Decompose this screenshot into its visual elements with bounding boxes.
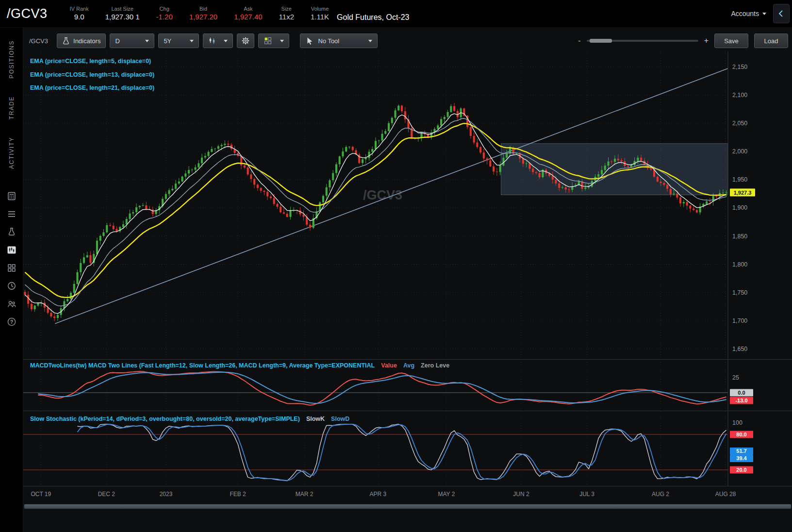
price-chart-canvas[interactable]: /GCV32,1502,1002,0502,0001,9501,9001,850… xyxy=(23,51,792,359)
svg-text:51.7: 51.7 xyxy=(736,448,746,454)
macd-avg-line xyxy=(38,372,726,403)
time-axis-label: 2023 xyxy=(160,491,173,498)
price-panel: /GCV32,1502,1002,0502,0001,9501,9001,850… xyxy=(23,51,792,359)
quote-field-iv-rank: IV Rank9.0 xyxy=(70,6,89,21)
sidebar-tab-activity[interactable]: ACTIVITY xyxy=(8,137,15,169)
quote-field-label: Chg xyxy=(160,6,169,12)
zoom-in-button[interactable]: + xyxy=(704,37,709,45)
macd-axis-label: 25 xyxy=(732,374,739,381)
stoch-axis-label: 100 xyxy=(732,419,742,426)
toolbar-right: - + Save Load xyxy=(578,33,788,48)
price-axis-label: 1,650 xyxy=(732,346,747,352)
help-icon[interactable]: ? xyxy=(5,316,18,327)
zoom-slider[interactable] xyxy=(587,40,698,42)
quote-field-value: 1,927.20 xyxy=(189,13,217,21)
quote-field-value: 1,927.40 xyxy=(234,13,262,21)
macd-value-line xyxy=(38,371,726,405)
cursor-icon xyxy=(305,36,314,46)
grid-icon[interactable] xyxy=(5,262,18,273)
price-axis-label: 1,750 xyxy=(732,289,747,296)
quote-field-label: Ask xyxy=(244,6,252,12)
chart-icon[interactable] xyxy=(5,244,18,255)
quote-field-value: 1.11K xyxy=(311,13,329,21)
price-axis-label: 1,800 xyxy=(732,261,747,268)
time-scrollbar[interactable] xyxy=(23,504,792,509)
price-axis-label: 2,050 xyxy=(732,120,747,127)
time-axis-label: APR 3 xyxy=(370,491,387,498)
load-button[interactable]: Load xyxy=(754,33,788,48)
chart-toolbar: /GCV3 Indicators D 5Y xyxy=(26,33,788,49)
drawing-tool-dropdown[interactable]: No Tool xyxy=(300,33,378,48)
studies-icon xyxy=(62,37,70,45)
svg-text:39.4: 39.4 xyxy=(736,455,747,461)
quote-field-last-size: Last Size1,927.30 1 xyxy=(105,6,140,21)
stochastic-panel: 10080.051.739.420.0 Slow Stochastic (kPe… xyxy=(23,411,792,486)
quote-field-label: IV Rank xyxy=(70,6,89,12)
chevron-left-icon xyxy=(777,9,786,18)
quote-field-ask: Ask1,927.40 xyxy=(234,6,262,21)
list-icon[interactable] xyxy=(5,208,18,219)
symbol-title: /GCV3 xyxy=(7,6,48,21)
time-axis-label: JUN 2 xyxy=(513,491,529,498)
interval-dropdown[interactable]: D xyxy=(110,33,154,48)
candlestick-style-icon xyxy=(208,36,217,45)
quote-field-label: Last Size xyxy=(112,6,133,12)
stochastic-chart-canvas[interactable]: 10080.051.739.420.0 xyxy=(23,411,792,486)
trading-app: /GCV3 IV Rank9.0Last Size1,927.30 1Chg-1… xyxy=(0,0,792,532)
zoom-slider-handle[interactable] xyxy=(590,39,612,43)
highlight-box xyxy=(501,144,728,195)
price-axis-label: 1,850 xyxy=(732,233,747,240)
slowd-line xyxy=(77,424,726,481)
chart-watermark: /GCV3 xyxy=(363,188,402,202)
chevron-down-icon xyxy=(762,13,766,15)
quote-field-label: Volume xyxy=(311,6,329,12)
grid-layout-icon xyxy=(264,36,272,45)
sidebar-tab-positions[interactable]: POSITIONS xyxy=(8,40,15,79)
range-dropdown[interactable]: 5Y xyxy=(158,33,199,48)
chevron-down-icon xyxy=(280,40,284,42)
price-axis-label: 1,700 xyxy=(732,317,747,324)
chart-stack: /GCV32,1502,1002,0502,0001,9501,9001,850… xyxy=(23,51,792,532)
macd-panel: 250.0-13.0 MACDTwoLines(tw) MACD Two Lin… xyxy=(23,360,792,411)
time-axis-label: AUG 2 xyxy=(652,491,669,498)
calculator-icon[interactable] xyxy=(5,190,18,201)
quote-field-value: -1.20 xyxy=(156,13,173,21)
people-icon[interactable] xyxy=(5,298,18,309)
chevron-down-icon xyxy=(190,40,194,42)
accounts-menu[interactable]: Accounts xyxy=(731,10,766,17)
left-sidebar: POSITIONSTRADEACTIVITY ? xyxy=(0,28,23,532)
chart-style-dropdown[interactable] xyxy=(203,33,233,48)
time-axis-label: MAR 2 xyxy=(296,491,314,498)
accounts-label: Accounts xyxy=(731,10,759,17)
time-axis-label: FEB 2 xyxy=(230,491,246,498)
collapse-panel-button[interactable] xyxy=(773,4,790,23)
clock-icon[interactable] xyxy=(5,280,18,291)
quote-field-label: Bid xyxy=(199,6,207,12)
quote-field-value: 11x2 xyxy=(279,13,294,21)
sidebar-tab-trade[interactable]: TRADE xyxy=(8,96,15,119)
svg-text:-13.0: -13.0 xyxy=(735,398,747,403)
macd-chart-canvas[interactable]: 250.0-13.0 xyxy=(23,360,792,411)
grid-layout-dropdown[interactable] xyxy=(258,33,289,48)
price-axis-label: 1,900 xyxy=(732,204,747,211)
quote-field-volume: Volume1.11K xyxy=(311,6,329,21)
quote-field-bid: Bid1,927.20 xyxy=(189,6,217,21)
gear-icon xyxy=(241,36,250,45)
chevron-down-icon xyxy=(368,40,372,42)
save-button[interactable]: Save xyxy=(714,33,748,48)
chart-settings-button[interactable] xyxy=(237,33,254,48)
time-axis-label: OCT 19 xyxy=(31,491,51,498)
svg-text:80.0: 80.0 xyxy=(736,432,746,437)
zoom-out-button[interactable]: - xyxy=(578,37,580,45)
price-axis-label: 2,150 xyxy=(732,64,747,70)
slowk-line xyxy=(77,424,726,481)
header-right: Accounts xyxy=(731,4,792,23)
last-price-badge-text: 1,927.3 xyxy=(734,190,752,196)
svg-text:20.0: 20.0 xyxy=(736,467,746,473)
svg-text:0.0: 0.0 xyxy=(738,390,745,396)
quote-field-value: 9.0 xyxy=(74,13,84,21)
beaker-icon[interactable] xyxy=(5,226,18,237)
time-scrollbar-handle[interactable] xyxy=(24,504,791,509)
indicators-button[interactable]: Indicators xyxy=(57,33,106,48)
time-axis-label: DEC 2 xyxy=(98,491,115,498)
